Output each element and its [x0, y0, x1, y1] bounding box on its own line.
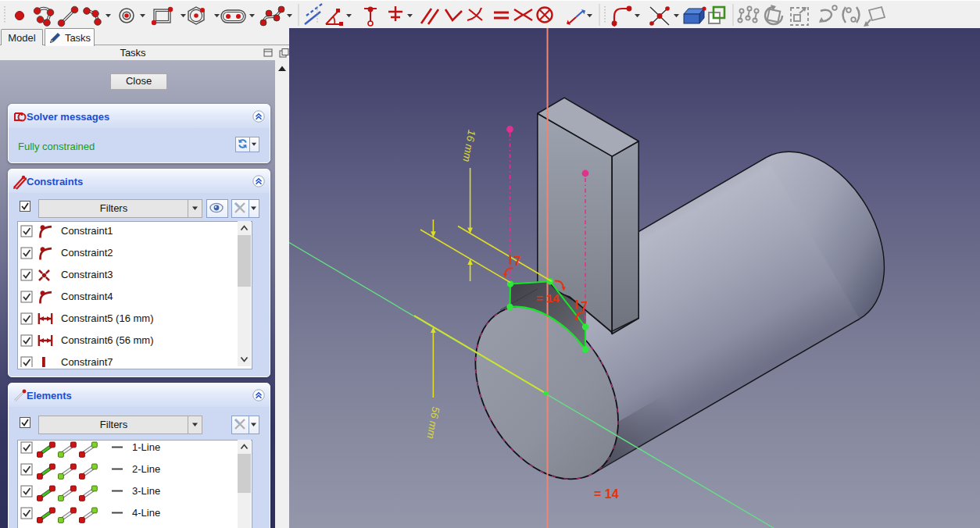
svg-text:Constraint7: Constraint7: [61, 356, 113, 367]
svg-text:Constraint1: Constraint1: [61, 225, 113, 237]
svg-text:Constraint3: Constraint3: [61, 269, 113, 280]
svg-text:3-Line: 3-Line: [132, 485, 160, 497]
svg-text:Constraint5 (16 mm): Constraint5 (16 mm): [61, 312, 153, 324]
svg-text:Constraint6 (56 mm): Constraint6 (56 mm): [61, 334, 153, 346]
svg-text:1-Line: 1-Line: [132, 441, 160, 453]
svg-text:2-Line: 2-Line: [132, 463, 160, 475]
svg-text:Constraint2: Constraint2: [61, 247, 113, 259]
svg-text:7: 7: [514, 255, 521, 268]
svg-text:4-Line: 4-Line: [132, 507, 160, 519]
svg-text:= 14: = 14: [536, 291, 560, 305]
svg-text:7: 7: [581, 300, 588, 313]
svg-text:= 14: = 14: [594, 487, 619, 501]
svg-text:Constraint4: Constraint4: [61, 291, 113, 302]
